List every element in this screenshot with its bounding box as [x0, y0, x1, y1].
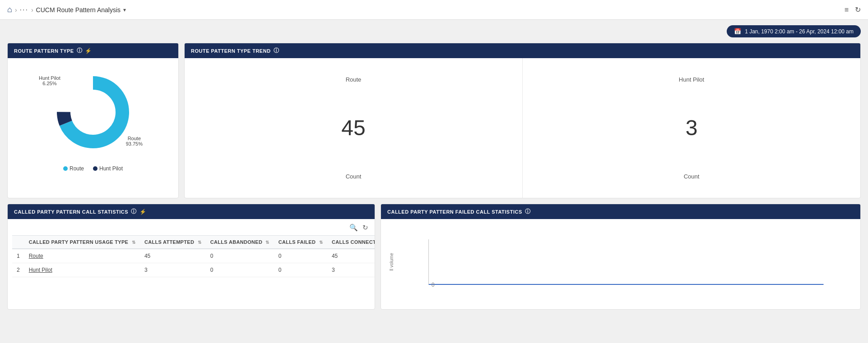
top-row: ROUTE PATTERN TYPE ⓘ ⚡ Hunt Pilot 6.25% — [7, 43, 861, 198]
chart-y-label: ll volume — [389, 253, 394, 270]
calendar-icon: 📅 — [734, 28, 741, 35]
home-icon[interactable]: ⌂ — [7, 5, 12, 14]
donut-svg — [52, 72, 134, 153]
trend-body: Route 45 Count Hunt Pilot 3 Count — [185, 58, 860, 198]
row-1-num: 1 — [12, 249, 24, 263]
donut-hole — [73, 92, 113, 133]
refresh-icon[interactable]: ↻ — [855, 5, 861, 14]
legend-hunt-pilot: Hunt Pilot — [93, 165, 123, 172]
trend-cell-hunt-pilot: Hunt Pilot 3 Count — [523, 58, 860, 198]
y-axis-label-0: 0 — [432, 282, 435, 288]
col-header-failed[interactable]: CALLS FAILED ⇅ — [274, 236, 327, 249]
route-pattern-trend-title: ROUTE PATTERN TYPE TREND — [191, 48, 271, 54]
col-header-connected[interactable]: CALLS CONNECTED ⇅ — [327, 236, 375, 249]
trend-hunt-pilot-label-top: Hunt Pilot — [679, 67, 704, 83]
legend-hunt-pilot-label: Hunt Pilot — [99, 165, 123, 172]
legend-hunt-pilot-dot — [93, 166, 97, 171]
called-party-stats-body: 🔍 ↻ CALLED PARTY PATTERN USAGE TYPE ⇅ — [8, 219, 375, 282]
nav-right: ≡ ↻ — [845, 5, 861, 14]
row-2-num: 2 — [12, 263, 24, 277]
row-2-failed: 0 — [274, 263, 327, 277]
row-1-attempted: 45 — [140, 249, 206, 263]
route-pattern-type-header: ROUTE PATTERN TYPE ⓘ ⚡ — [8, 43, 178, 58]
legend-route-dot — [63, 166, 68, 171]
called-party-stats-header: CALLED PARTY PATTERN CALL STATISTICS ⓘ ⚡ — [8, 204, 375, 219]
called-party-stats-info-icon[interactable]: ⓘ — [131, 208, 137, 215]
col-header-num — [12, 236, 24, 249]
trend-route-label-bottom: Count — [346, 173, 362, 189]
date-range-label: 1 Jan, 1970 2:00 am - 26 Apr, 2024 12:00… — [745, 28, 854, 35]
nav-separator-1: › — [15, 6, 17, 14]
donut-chart: Hunt Pilot 6.25% Ro — [52, 72, 134, 153]
table-refresh-icon[interactable]: ↻ — [362, 224, 368, 232]
route-pattern-type-panel: ROUTE PATTERN TYPE ⓘ ⚡ Hunt Pilot 6.25% — [7, 43, 179, 198]
route-label: Route 93.75% — [126, 136, 143, 146]
date-range-pill[interactable]: 📅 1 Jan, 1970 2:00 am - 26 Apr, 2024 12:… — [727, 25, 861, 37]
called-party-failed-info-icon[interactable]: ⓘ — [525, 208, 531, 215]
legend-route-label: Route — [70, 165, 84, 172]
sort-icon-failed: ⇅ — [319, 240, 323, 245]
called-party-failed-title: CALLED PARTY PATTERN FAILED CALL STATIST… — [387, 209, 522, 215]
row-2-attempted: 3 — [140, 263, 206, 277]
table-search-icon[interactable]: 🔍 — [349, 224, 358, 232]
donut-legend: Route Hunt Pilot — [63, 165, 123, 172]
filter-icon[interactable]: ≡ — [845, 6, 849, 14]
row-2-connected: 3 — [327, 263, 375, 277]
sort-icon-attempted: ⇅ — [198, 240, 201, 245]
legend-route: Route — [63, 165, 84, 172]
col-header-type[interactable]: CALLED PARTY PATTERN USAGE TYPE ⇅ — [24, 236, 140, 249]
called-party-stats-table: CALLED PARTY PATTERN USAGE TYPE ⇅ CALLS … — [12, 235, 375, 277]
page-title: CUCM Route Pattern Analysis — [36, 6, 121, 14]
table-row: 1 Route 45 0 0 45 45 — [12, 249, 375, 263]
called-party-failed-body: ll volume 0 — [381, 219, 860, 309]
row-1-failed: 0 — [274, 249, 327, 263]
sort-icon-abandoned: ⇅ — [265, 240, 269, 245]
failed-chart-svg: 0 — [396, 228, 856, 296]
called-party-stats-title: CALLED PARTY PATTERN CALL STATISTICS — [14, 209, 128, 215]
trend-hunt-pilot-value: 3 — [686, 117, 698, 139]
called-party-failed-panel: CALLED PARTY PATTERN FAILED CALL STATIST… — [381, 204, 861, 310]
route-pattern-trend-info-icon[interactable]: ⓘ — [274, 47, 279, 55]
route-pattern-type-title: ROUTE PATTERN TYPE — [14, 48, 74, 54]
table-header-row: CALLED PARTY PATTERN USAGE TYPE ⇅ CALLS … — [12, 236, 375, 249]
route-pattern-type-info-icon[interactable]: ⓘ — [77, 47, 83, 55]
table-toolbar: 🔍 ↻ — [12, 224, 370, 232]
failed-chart-area: ll volume 0 — [385, 228, 856, 296]
table-row: 2 Hunt Pilot 3 0 0 3 3 — [12, 263, 375, 277]
called-party-stats-lightning-icon[interactable]: ⚡ — [139, 209, 147, 215]
date-range-bar: 📅 1 Jan, 1970 2:00 am - 26 Apr, 2024 12:… — [7, 25, 861, 37]
row-1-connected: 45 — [327, 249, 375, 263]
route-pattern-trend-panel: ROUTE PATTERN TYPE TREND ⓘ Route 45 Coun… — [184, 43, 861, 198]
route-pattern-type-body: Hunt Pilot 6.25% Ro — [8, 58, 178, 198]
trend-route-value: 45 — [341, 117, 365, 139]
nav-separator-2: › — [31, 6, 33, 14]
row-1-abandoned: 0 — [206, 249, 274, 263]
bottom-row: CALLED PARTY PATTERN CALL STATISTICS ⓘ ⚡… — [7, 204, 861, 310]
called-party-stats-panel: CALLED PARTY PATTERN CALL STATISTICS ⓘ ⚡… — [7, 204, 375, 310]
route-pattern-trend-header: ROUTE PATTERN TYPE TREND ⓘ — [185, 43, 860, 58]
row-2-type[interactable]: Hunt Pilot — [24, 263, 140, 277]
called-party-failed-header: CALLED PARTY PATTERN FAILED CALL STATIST… — [381, 204, 860, 219]
route-pattern-type-lightning-icon[interactable]: ⚡ — [85, 48, 92, 54]
row-1-type[interactable]: Route — [24, 249, 140, 263]
trend-route-label-top: Route — [346, 67, 362, 83]
top-navigation: ⌂ › ··· › CUCM Route Pattern Analysis ▾ … — [0, 0, 868, 20]
hunt-pilot-label: Hunt Pilot 6.25% — [39, 75, 60, 86]
nav-breadcrumb-dots[interactable]: ··· — [20, 6, 28, 14]
sort-icon-type: ⇅ — [132, 240, 135, 245]
row-2-abandoned: 0 — [206, 263, 274, 277]
main-content: 📅 1 Jan, 1970 2:00 am - 26 Apr, 2024 12:… — [0, 20, 868, 315]
col-header-abandoned[interactable]: CALLS ABANDONED ⇅ — [206, 236, 274, 249]
title-dropdown-icon[interactable]: ▾ — [123, 7, 126, 13]
trend-cell-route: Route 45 Count — [185, 58, 523, 198]
trend-hunt-pilot-label-bottom: Count — [684, 173, 700, 189]
nav-left: ⌂ › ··· › CUCM Route Pattern Analysis ▾ — [7, 5, 845, 14]
col-header-attempted[interactable]: CALLS ATTEMPTED ⇅ — [140, 236, 206, 249]
